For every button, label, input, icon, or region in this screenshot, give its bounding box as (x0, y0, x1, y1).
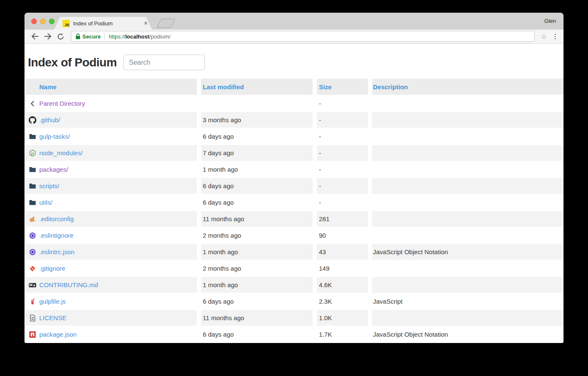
file-link[interactable]: Parent Directory (39, 100, 85, 107)
svg-text:js: js (31, 151, 34, 155)
file-link[interactable]: gulp-tasks/ (39, 133, 70, 140)
description-cell: JavaScript (372, 294, 564, 309)
column-header-size[interactable]: Size (317, 79, 368, 95)
tab-strip: JS Index of Podium ✕ Glen (24, 13, 564, 30)
gulp-icon (29, 298, 36, 305)
file-link[interactable]: utils/ (39, 199, 52, 206)
description-cell (372, 277, 564, 293)
table-row: packages/1 month ago- (25, 162, 564, 177)
name-cell: .eslintignore (25, 228, 197, 243)
file-link[interactable]: package.json (39, 331, 76, 338)
search-input[interactable] (123, 55, 205, 70)
file-link[interactable]: .editorconfig (39, 215, 74, 222)
name-cell: CONTRIBUTING.md (25, 277, 197, 293)
npm-icon (29, 331, 36, 338)
reload-button[interactable] (55, 31, 66, 42)
profile-name[interactable]: Glen (544, 18, 556, 24)
minimize-window-button[interactable] (40, 19, 46, 24)
browser-window: JS Index of Podium ✕ Glen Secure https:/… (24, 13, 564, 343)
menu-kebab-icon[interactable]: ⋮ (552, 33, 558, 40)
name-cell: .gitignore (25, 261, 197, 276)
back-button[interactable] (30, 31, 41, 42)
description-cell (372, 96, 564, 111)
chevron-left-icon (29, 100, 36, 107)
description-cell (372, 228, 564, 243)
file-link[interactable]: .eslintignore (39, 232, 74, 239)
last-modified-cell: 1 month ago (201, 244, 313, 260)
file-link[interactable]: LICENSE (39, 314, 66, 321)
folder-icon (29, 199, 36, 206)
name-cell: jsnode_modules/ (25, 145, 197, 161)
table-row: gulpfile.js6 days ago2.3KJavaScript (25, 294, 564, 309)
eslint-icon (29, 248, 36, 256)
file-link[interactable]: .eslintrc.json (39, 248, 74, 255)
table-row: package.json6 days ago1.7KJavaScript Obj… (25, 327, 564, 342)
table-header-row: Name Last modified Size Description (25, 79, 564, 95)
name-cell: packages/ (25, 162, 197, 177)
forward-button[interactable] (42, 31, 53, 42)
file-link[interactable]: .github/ (39, 116, 60, 124)
last-modified-cell: 2 months ago (201, 261, 313, 276)
bookmark-star-icon[interactable]: ☆ (541, 32, 547, 41)
column-header-description[interactable]: Description (372, 79, 564, 95)
table-row: CONTRIBUTING.md1 month ago4.6K (25, 277, 564, 293)
table-row: LICENSE11 months ago1.0K (25, 310, 564, 326)
table-row: .github/3 months ago- (25, 112, 564, 128)
description-cell (372, 211, 564, 227)
last-modified-cell: 6 days ago (201, 327, 313, 342)
name-cell: .editorconfig (25, 211, 197, 227)
editorconfig-icon (29, 215, 36, 223)
table-row: .eslintrc.json1 month ago43JavaScript Ob… (25, 244, 564, 260)
browser-tab[interactable]: JS Index of Podium ✕ (54, 17, 152, 30)
file-link[interactable]: gulpfile.js (39, 298, 66, 305)
table-row: .editorconfig11 months ago281 (25, 211, 564, 227)
close-window-button[interactable] (31, 19, 37, 24)
name-cell: gulp-tasks/ (25, 129, 197, 144)
new-tab-button[interactable] (157, 19, 175, 28)
description-cell (372, 112, 564, 128)
zoom-window-button[interactable] (49, 19, 54, 24)
size-cell: - (317, 145, 368, 161)
table-row: gulp-tasks/6 days ago- (25, 129, 564, 144)
size-cell: - (317, 195, 368, 210)
size-cell: - (317, 162, 368, 177)
size-cell: 149 (317, 261, 368, 276)
size-cell: - (317, 96, 368, 111)
tab-title: Index of Podium (73, 20, 141, 27)
file-link[interactable]: node_modules/ (39, 149, 83, 156)
table-row: .eslintignore2 months ago90 (25, 228, 564, 243)
file-link[interactable]: .gitignore (39, 265, 65, 272)
file-link[interactable]: scripts/ (39, 182, 60, 189)
size-cell: - (317, 112, 368, 128)
size-cell: 4.6K (317, 277, 368, 293)
file-link[interactable]: packages/ (39, 166, 68, 173)
name-cell: package.json (25, 327, 197, 342)
name-cell: utils/ (25, 195, 197, 210)
license-icon (29, 314, 36, 322)
description-cell (372, 145, 564, 161)
last-modified-cell: 1 month ago (201, 277, 313, 293)
last-modified-cell: 6 days ago (201, 195, 313, 210)
url-text[interactable]: https://localhost/podium/ (109, 33, 170, 40)
name-cell: gulpfile.js (25, 294, 197, 309)
last-modified-cell: 1 month ago (201, 162, 313, 177)
size-cell: 43 (317, 244, 368, 260)
folder-icon (29, 133, 36, 140)
column-header-name[interactable]: Name (25, 79, 197, 95)
page-title: Index of Podium (28, 56, 117, 69)
address-bar[interactable]: Secure https://localhost/podium/ (71, 31, 535, 42)
git-icon (29, 265, 36, 272)
size-cell: - (317, 178, 368, 194)
security-chip[interactable]: Secure (76, 33, 101, 40)
tab-close-icon[interactable]: ✕ (144, 20, 148, 26)
page-content: Index of Podium Name Last modified Size … (24, 44, 564, 343)
file-link[interactable]: CONTRIBUTING.md (39, 281, 98, 288)
lock-icon (76, 33, 80, 39)
folder-icon (29, 182, 36, 190)
table-row: .gitignore2 months ago149 (25, 261, 564, 276)
table-row: utils/6 days ago- (25, 195, 564, 210)
size-cell: 1.0K (317, 310, 368, 326)
javascript-favicon-icon: JS (63, 20, 70, 27)
nodejs-icon: js (29, 149, 36, 157)
column-header-lastmodified[interactable]: Last modified (201, 79, 313, 95)
